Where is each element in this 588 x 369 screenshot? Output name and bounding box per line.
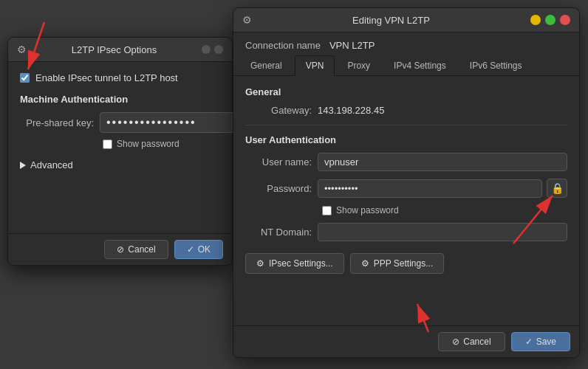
ppp-settings-label: PPP Settings...: [374, 258, 434, 269]
sub-ok-icon: ✓: [187, 244, 194, 255]
machine-auth-title: Machine Authentication: [20, 94, 220, 105]
nt-domain-input[interactable]: [318, 223, 567, 241]
sub-gear-icon: ⚙: [17, 44, 27, 55]
password-label: Password:: [245, 183, 312, 194]
section-divider: [245, 125, 567, 125]
main-footer: ⊘ Cancel ✓ Save: [233, 325, 579, 357]
show-password-row: Show password: [322, 205, 567, 215]
password-input[interactable]: [318, 179, 542, 198]
ppp-settings-icon: ⚙: [361, 258, 369, 269]
wc-close[interactable]: [560, 15, 570, 25]
username-label: User name:: [245, 156, 312, 168]
wc-maximize[interactable]: [545, 15, 555, 25]
ipsec-settings-label: IPsec Settings...: [269, 258, 333, 269]
titlebar-left: ⚙: [242, 14, 252, 26]
nt-domain-row: NT Domain:: [245, 223, 567, 241]
ipsec-settings-button[interactable]: ⚙ IPsec Settings...: [245, 253, 344, 274]
advanced-label: Advanced: [30, 159, 73, 170]
tabs-bar: General VPN Proxy IPv4 Settings IPv6 Set…: [233, 55, 579, 76]
sub-show-password-label[interactable]: Show password: [103, 139, 180, 149]
tab-ipv4[interactable]: IPv4 Settings: [383, 55, 457, 75]
enable-ipsec-checkbox[interactable]: [20, 73, 30, 83]
password-row: Password: 🔒: [245, 179, 567, 198]
password-field-row: 🔒: [318, 179, 567, 198]
gateway-label: Gateway:: [245, 105, 312, 116]
connection-name-row: Connection name VPN L2TP: [233, 32, 579, 55]
sub-ok-button[interactable]: ✓ OK: [174, 240, 223, 259]
show-password-checkbox[interactable]: [322, 206, 332, 215]
nt-domain-label: NT Domain:: [245, 227, 312, 238]
advanced-toggle[interactable]: Advanced: [20, 159, 220, 170]
cancel-icon: ⊘: [452, 337, 459, 347]
sub-cancel-icon: ⊘: [117, 244, 124, 255]
settings-buttons-row: ⚙ IPsec Settings... ⚙ PPP Settings...: [245, 253, 567, 274]
lock-icon: 🔒: [551, 182, 564, 194]
sub-window-controls: [202, 45, 223, 54]
sub-window-title: L2TP IPsec Options: [33, 44, 196, 55]
sub-wc-max[interactable]: [214, 45, 223, 54]
username-input[interactable]: [318, 153, 567, 171]
ppp-settings-button[interactable]: ⚙ PPP Settings...: [350, 253, 445, 274]
show-password-label[interactable]: Show password: [322, 205, 399, 215]
ipsec-options-window: ⚙ L2TP IPsec Options Enable IPsec tunnel…: [7, 37, 233, 266]
password-visibility-button[interactable]: 🔒: [547, 179, 567, 198]
preshared-key-row: Pre-shared key:: [20, 112, 220, 133]
sub-ok-label: OK: [198, 244, 211, 255]
main-window-controls: [530, 15, 570, 25]
tab-proxy[interactable]: Proxy: [336, 55, 381, 75]
tab-ipv6[interactable]: IPv6 Settings: [459, 55, 533, 75]
sub-show-password-row: Show password: [103, 139, 220, 149]
sub-show-password-checkbox[interactable]: [103, 139, 112, 149]
save-label: Save: [536, 337, 556, 347]
tab-vpn[interactable]: VPN: [295, 55, 335, 76]
triangle-icon: [20, 162, 26, 169]
sub-titlebar: ⚙ L2TP IPsec Options: [8, 38, 232, 62]
preshared-key-label: Pre-shared key:: [20, 117, 94, 128]
gateway-value: 143.198.228.45: [318, 105, 567, 116]
user-auth-title: User Authentication: [245, 134, 567, 145]
main-cancel-button[interactable]: ⊘ Cancel: [438, 332, 505, 351]
main-gear-icon: ⚙: [242, 14, 252, 26]
enable-ipsec-row: Enable IPsec tunnel to L2TP host: [20, 72, 220, 83]
sub-cancel-label: Cancel: [128, 244, 155, 255]
tab-general[interactable]: General: [239, 55, 293, 75]
connection-name-value: VPN L2TP: [329, 40, 375, 51]
main-window-title: Editing VPN L2TP: [352, 15, 430, 26]
general-section-title: General: [245, 86, 567, 97]
sub-cancel-button[interactable]: ⊘ Cancel: [104, 240, 168, 259]
username-row: User name:: [245, 153, 567, 171]
main-save-button[interactable]: ✓ Save: [511, 332, 570, 351]
wc-minimize[interactable]: [530, 15, 541, 25]
sub-wc-min[interactable]: [202, 45, 211, 54]
main-vpn-window: ⚙ Editing VPN L2TP Connection name VPN L…: [233, 7, 580, 358]
ipsec-settings-icon: ⚙: [256, 258, 264, 269]
main-titlebar: ⚙ Editing VPN L2TP: [233, 8, 579, 32]
user-auth-section: User Authentication User name: Password:…: [245, 134, 567, 241]
gateway-row: Gateway: 143.198.228.45: [245, 105, 567, 116]
main-content: General Gateway: 143.198.228.45 User Aut…: [233, 76, 579, 325]
enable-ipsec-label: Enable IPsec tunnel to L2TP host: [35, 72, 178, 83]
connection-name-label: Connection name: [245, 40, 321, 51]
sub-footer: ⊘ Cancel ✓ OK: [8, 233, 232, 265]
cancel-label: Cancel: [463, 337, 490, 347]
sub-content: Enable IPsec tunnel to L2TP host Machine…: [8, 62, 232, 233]
save-icon: ✓: [525, 337, 533, 347]
